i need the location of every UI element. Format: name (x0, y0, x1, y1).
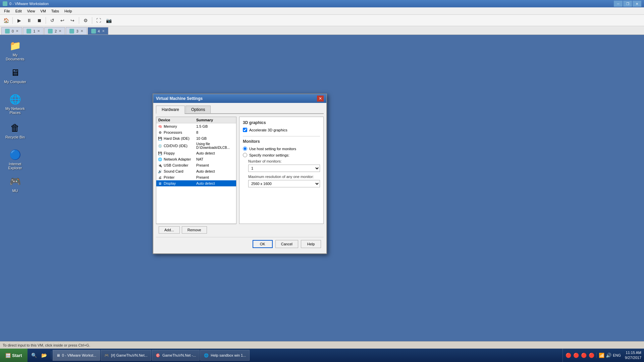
toolbar-settings-btn[interactable]: ⚙ (81, 16, 90, 25)
tray-icon-4[interactable]: 🔴 (589, 353, 594, 358)
desktop-icon-my-computer[interactable]: 🖥 My Computer (2, 65, 29, 85)
system-tray: 🔴 🔴 🔴 🔴 📶 🔊 ENG 11:15 AM 9/27/2017 (562, 349, 644, 362)
volume-tray-icon[interactable]: 🔊 (606, 353, 611, 358)
taskbar-item-vmware-icon: 🖥 (56, 353, 60, 357)
restore-button[interactable]: ❐ (623, 1, 632, 7)
toolbar-power-btn[interactable]: ▶ (14, 16, 24, 25)
taskbar-item-gamethuvn1[interactable]: 🎮 [#] GameThuVN.Net... (101, 350, 151, 361)
toolbar-home-btn[interactable]: 🏠 (1, 16, 11, 25)
menu-vm[interactable]: VM (38, 8, 49, 14)
device-row-cddvd[interactable]: 💿 CD/DVD (IDE) Using file D:\Downloads\D… (156, 141, 236, 150)
tray-icon-2[interactable]: 🔴 (573, 353, 579, 358)
toolbar-fullscreen-btn[interactable]: ⛶ (94, 16, 103, 25)
internet-explorer-icon: 🔵 (9, 148, 21, 161)
taskbar-item-gamethuvn1-icon: 🎮 (104, 353, 109, 358)
toolbar-sep-3 (79, 17, 79, 24)
toolbar-forward-btn[interactable]: ↪ (68, 16, 77, 25)
3d-graphics-section-title: 3D graphics (243, 120, 320, 125)
my-documents-label: My Documents (3, 53, 27, 61)
clock[interactable]: 11:15 AM 9/27/2017 (625, 350, 641, 361)
device-row-hdd[interactable]: 💾 Hard Disk (IDE) 10 GB (156, 135, 236, 141)
taskbar-item-help[interactable]: 🌐 Help sandbox win 1... (200, 350, 250, 361)
monitors-radio2[interactable] (243, 153, 247, 157)
monitors-radio2-row: Specify monitor settings: (243, 153, 320, 157)
num-monitors-select[interactable]: 1 2 3 4 (248, 165, 320, 172)
toolbar-snapshot-btn[interactable]: 📷 (104, 16, 113, 25)
menu-view[interactable]: View (24, 8, 38, 14)
max-resolution-select[interactable]: 640 x 480 800 x 600 1024 x 768 1280 x 72… (248, 180, 320, 187)
tab-4-label: 4 (98, 29, 100, 33)
close-button[interactable]: ✕ (633, 1, 641, 7)
tab-1[interactable]: 1 ✕ (23, 27, 44, 35)
device-name-floppy: 💾 Floppy (158, 151, 196, 156)
tray-icon-3[interactable]: 🔴 (581, 353, 587, 358)
language-indicator[interactable]: ENG (613, 353, 621, 357)
dialog-close-button[interactable]: ✕ (317, 96, 324, 102)
tab-0-close[interactable]: ✕ (16, 29, 18, 33)
desktop-icon-internet-explorer[interactable]: 🔵 Internet Explorer (2, 147, 29, 171)
taskbar-item-gamethuvn2[interactable]: 🎯 GameThuVN.Net -... (152, 350, 200, 361)
device-row-display[interactable]: 🖥 Display Auto detect (156, 180, 236, 186)
taskbar-item-vmware-label: 0 - VMware Workst... (62, 353, 96, 357)
device-row-usb[interactable]: 🔌 USB Controller Present (156, 162, 236, 168)
help-button[interactable]: Help (301, 240, 321, 248)
tab-3[interactable]: 3 ✕ (66, 27, 87, 35)
monitors-radio1-row: Use host setting for monitors (243, 146, 320, 151)
taskbar-item-help-icon: 🌐 (204, 353, 209, 358)
settings-panel: 3D graphics Accelerate 3D graphics Monit… (239, 117, 324, 224)
remove-button[interactable]: Remove (182, 226, 207, 234)
tab-4-close[interactable]: ✕ (102, 29, 105, 33)
tab-2-close[interactable]: ✕ (59, 29, 61, 33)
menu-help[interactable]: Help (62, 8, 75, 14)
device-col-header: Device (158, 118, 196, 122)
quick-launch-btn-1[interactable]: 🔍 (30, 351, 39, 360)
accelerate-3d-checkbox[interactable] (243, 128, 247, 132)
toolbar-back-btn[interactable]: ↩ (58, 16, 67, 25)
title-bar-controls: ─ ❐ ✕ (614, 1, 641, 7)
device-row-memory[interactable]: 🧠 Memory 1.5 GB (156, 123, 236, 129)
cddvd-icon: 💿 (158, 143, 162, 148)
menu-file[interactable]: File (1, 8, 13, 14)
device-row-network[interactable]: 🌐 Network Adapter NAT (156, 156, 236, 162)
toolbar-stop-btn[interactable]: ⏹ (35, 16, 44, 25)
device-row-floppy[interactable]: 💾 Floppy Auto detect (156, 150, 236, 156)
dialog-tab-hardware[interactable]: Hardware (156, 106, 185, 114)
tab-bar: 0 ✕ 1 ✕ 2 ✕ 3 ✕ 4 ✕ (0, 26, 644, 35)
usb-icon: 🔌 (158, 163, 162, 168)
tab-1-close[interactable]: ✕ (37, 29, 40, 33)
menu-bar: File Edit View VM Tabs Help (0, 7, 644, 15)
processors-summary: 8 (196, 130, 235, 134)
start-button[interactable]: 🪟 Start (0, 349, 28, 362)
tab-4[interactable]: 4 ✕ (88, 27, 108, 35)
taskbar-item-vmware[interactable]: 🖥 0 - VMware Workst... (53, 350, 100, 361)
ok-button[interactable]: OK (253, 240, 273, 248)
quick-launch-btn-2[interactable]: 📂 (40, 351, 49, 360)
minimize-button[interactable]: ─ (614, 1, 623, 7)
device-row-sound[interactable]: 🔊 Sound Card Auto detect (156, 168, 236, 174)
title-bar-left: 0 - VMware Workstation (3, 1, 49, 6)
add-button[interactable]: Add... (159, 226, 180, 234)
toolbar-pause-btn[interactable]: ⏸ (24, 16, 34, 25)
tab-2[interactable]: 2 ✕ (44, 27, 65, 35)
hardware-panel: Device Summary 🧠 Memory 1.5 GB (156, 117, 324, 236)
desktop-icon-mu[interactable]: 🎮 MU (2, 174, 29, 194)
tab-3-close[interactable]: ✕ (80, 29, 83, 33)
desktop-icon-my-documents[interactable]: 📁 My Documents (2, 38, 29, 62)
monitors-radio1[interactable] (243, 146, 247, 151)
tab-0[interactable]: 0 ✕ (1, 27, 22, 35)
menu-tabs[interactable]: Tabs (49, 8, 62, 14)
device-row-processors[interactable]: ⚙ Processors 8 (156, 129, 236, 135)
cancel-button[interactable]: Cancel (275, 240, 298, 248)
memory-icon: 🧠 (158, 124, 162, 129)
desktop-icon-recycle-bin[interactable]: 🗑 Recycle Bin (2, 120, 29, 140)
notification-area: 📶 🔊 ENG (596, 353, 623, 358)
printer-icon: 🖨 (158, 175, 162, 180)
network-tray-icon[interactable]: 📶 (599, 353, 604, 358)
tray-icon-1[interactable]: 🔴 (566, 353, 571, 358)
desktop-icon-network-places[interactable]: 🌐 My Network Places (2, 92, 29, 116)
toolbar-reset-btn[interactable]: ↺ (48, 16, 57, 25)
menu-edit[interactable]: Edit (13, 8, 24, 14)
dialog-tab-options[interactable]: Options (185, 106, 211, 113)
device-row-printer[interactable]: 🖨 Printer Present (156, 174, 236, 180)
title-bar: 0 - VMware Workstation ─ ❐ ✕ (0, 0, 644, 7)
